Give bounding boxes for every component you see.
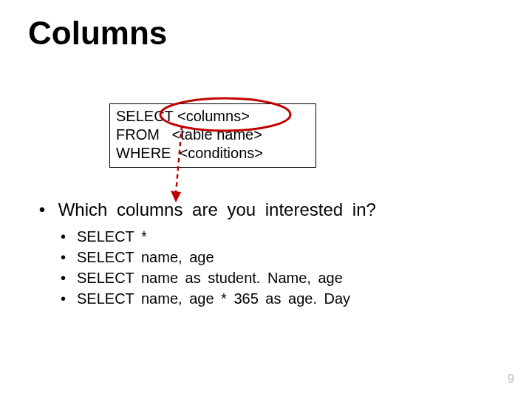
slide: Columns SELECT <columns> FROM <table nam… [0, 0, 532, 399]
sql-line-select: SELECT <columns> [116, 107, 308, 126]
question-line: • Which columns are you interested in? [35, 200, 376, 220]
list-item: • SELECT name as student. Name, age [61, 267, 350, 288]
bullet-icon: • [61, 267, 77, 288]
example-text: SELECT name, age * 365 as age. Day [77, 288, 350, 309]
sql-line-from: FROM <table name> [116, 126, 308, 144]
example-text: SELECT name, age [77, 247, 214, 267]
bullet-icon: • [35, 200, 49, 220]
page-title: Columns [28, 15, 167, 52]
example-text: SELECT name as student. Name, age [77, 267, 343, 288]
example-text: SELECT * [77, 226, 147, 247]
bullet-icon: • [61, 288, 77, 309]
bullet-icon: • [61, 247, 77, 267]
list-item: • SELECT * [61, 226, 350, 247]
list-item: • SELECT name, age [61, 247, 350, 267]
sql-template-box: SELECT <columns> FROM <table name> WHERE… [109, 103, 316, 168]
list-item: • SELECT name, age * 365 as age. Day [61, 288, 350, 309]
examples-list: • SELECT * • SELECT name, age • SELECT n… [61, 226, 350, 309]
page-number: 9 [508, 372, 514, 386]
bullet-icon: • [61, 226, 77, 247]
sql-line-where: WHERE <conditions> [116, 144, 308, 163]
question-text: Which columns are you interested in? [58, 200, 376, 219]
